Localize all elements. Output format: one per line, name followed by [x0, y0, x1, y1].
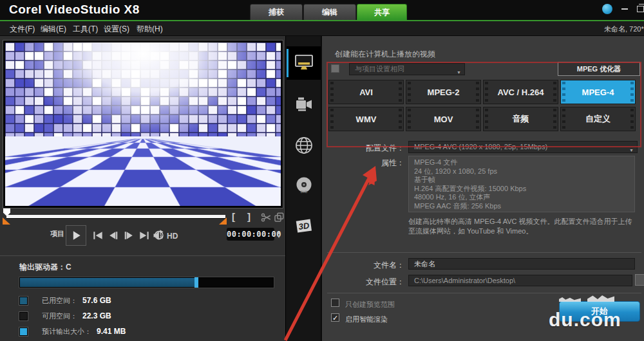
used-space-label: 已用空间：: [42, 296, 77, 306]
legend-free: 可用空间： 22.3 GB: [19, 311, 111, 320]
profile-value: MPEG-4 AVC (1920 x 1080, 25p, 15Mbps): [414, 143, 547, 151]
panel-heading: 创建能在计算机上播放的视频: [335, 49, 435, 60]
same-as-project-dropdown[interactable]: 与项目设置相同 ▼: [349, 63, 465, 75]
video-preview: [3, 40, 283, 208]
trim-start-marker[interactable]: [3, 217, 10, 225]
profile-description: 创建高比特率的高清 MPEG-4 AVC 视频文件。此配置文件适合用于上传至流媒…: [408, 217, 638, 236]
disc-share-button[interactable]: DVD: [287, 169, 321, 202]
disk-used-fill: [20, 278, 194, 287]
free-space-value: 22.3 GB: [82, 311, 111, 320]
same-as-project-checkbox[interactable]: [331, 64, 339, 73]
preview-range-checkbox[interactable]: [331, 299, 339, 307]
transport-controls: 项目 HD 00:00:00:00 ▲▼: [0, 225, 285, 251]
tab-share[interactable]: 共享: [357, 4, 407, 20]
menu-bar: 文件(F) 编辑(E) 工具(T) 设置(S) 帮助(H) 未命名, 720*5…: [0, 21, 644, 36]
smart-render-checkbox[interactable]: ✓: [331, 313, 339, 322]
divider: [327, 252, 641, 253]
format-wmv-button[interactable]: WMV: [328, 107, 404, 131]
disk-usage-bar: [19, 277, 274, 288]
menu-settings[interactable]: 设置(S): [104, 24, 129, 35]
filename-label: 文件名：: [328, 260, 404, 271]
free-space-swatch: [19, 312, 28, 320]
computer-share-button[interactable]: [287, 46, 321, 80]
format-mov-button[interactable]: MOV: [406, 107, 481, 131]
title-bar: Corel VideoStudio X8 捕获 编辑 共享: [0, 0, 644, 20]
used-space-swatch: [19, 297, 28, 305]
filename-input[interactable]: 未命名: [408, 258, 635, 270]
end-button[interactable]: [138, 229, 151, 244]
estimated-output-marker: [194, 277, 198, 288]
timecode-spinner[interactable]: ▲▼: [276, 227, 282, 241]
prop-line: MPEG AAC 音频: 256 Kbps: [414, 202, 629, 211]
restore-icon[interactable]: [637, 6, 644, 12]
device-share-button[interactable]: [287, 88, 321, 121]
preview-panel: [ ] 项目 HD 00:00:00:: [0, 36, 285, 255]
format-mpeg4-button[interactable]: MPEG-4: [560, 80, 636, 104]
preview-range-label: 只创建预览范围: [345, 300, 395, 309]
same-as-project-text: 与项目设置相同: [355, 65, 404, 73]
svg-text:DVD: DVD: [300, 190, 307, 194]
estimated-size-label: 预计输出大小：: [42, 327, 91, 336]
chevron-down-icon: ▼: [457, 67, 461, 75]
hd-quality-toggle[interactable]: HD: [167, 232, 178, 241]
watermark-text: du.com: [549, 309, 621, 331]
camcorder-icon: [294, 95, 314, 113]
computer-monitor-icon: [294, 54, 314, 72]
scrubber-bar[interactable]: [6, 215, 225, 218]
project-mode-label[interactable]: 项目: [50, 229, 64, 239]
split-clip-icon[interactable]: [260, 212, 272, 226]
browse-folder-button[interactable]: [635, 274, 644, 286]
menu-file[interactable]: 文件(F): [10, 24, 35, 35]
project-status: 未命名, 720*576: [604, 24, 644, 34]
trim-end-marker[interactable]: [219, 217, 227, 225]
format-custom-button[interactable]: 自定义: [560, 107, 636, 131]
menu-edit[interactable]: 编辑(E): [41, 24, 66, 35]
prev-frame-button[interactable]: [107, 229, 120, 244]
prop-line: 48000 Hz, 16 位, 立体声: [414, 193, 629, 202]
mark-out-button[interactable]: ]: [247, 211, 251, 222]
tab-edit[interactable]: 编辑: [303, 4, 356, 20]
web-share-button[interactable]: [287, 129, 321, 162]
legend-estimated: 预计输出大小： 9.41 MB: [19, 327, 126, 336]
next-frame-button[interactable]: [122, 229, 135, 244]
app-title: Corel VideoStudio X8: [9, 3, 140, 17]
prop-line: H.264 高配置文件视频: 15000 Kbps: [414, 185, 629, 194]
mpeg-optimizer-button[interactable]: MPEG 优化器: [558, 62, 640, 76]
3d-icon: 3D: [294, 217, 314, 236]
scrubber-row: [ ]: [0, 208, 285, 225]
prop-line: 24 位, 1920 x 1080, 25 fps: [414, 167, 629, 176]
format-avi-button[interactable]: AVI: [328, 80, 404, 104]
enlarge-preview-icon[interactable]: [273, 212, 285, 226]
tab-capture[interactable]: 捕获: [250, 4, 303, 20]
prop-line: MPEG-4 文件: [414, 158, 629, 167]
play-button[interactable]: [66, 225, 86, 246]
globe-icon: [294, 136, 314, 155]
smart-render-label: 启用智能渲染: [345, 315, 388, 324]
used-space-value: 57.6 GB: [82, 296, 111, 305]
help-globe-icon[interactable]: [602, 4, 612, 14]
3d-share-button[interactable]: 3D: [287, 210, 321, 243]
minimize-icon[interactable]: [621, 8, 628, 10]
divider: [327, 293, 641, 293]
mark-in-button[interactable]: [: [232, 211, 235, 222]
format-audio-button[interactable]: 音频: [483, 107, 558, 131]
format-avc-button[interactable]: AVC / H.264: [483, 80, 558, 104]
timecode-display[interactable]: 00:00:00:00: [227, 228, 274, 241]
estimated-size-swatch: [19, 327, 28, 336]
menu-help[interactable]: 帮助(H): [137, 24, 163, 35]
share-type-toolbar: DVD 3D: [285, 36, 322, 341]
home-button[interactable]: [91, 229, 104, 244]
free-space-label: 可用空间：: [42, 311, 77, 321]
format-mpeg2-button[interactable]: MPEG-2: [406, 80, 481, 104]
disco-video-frame: [5, 42, 281, 206]
estimated-size-value: 9.41 MB: [97, 327, 126, 336]
filepath-input[interactable]: C:\Users\Administrator\Desktop\: [408, 275, 632, 286]
legend-used: 已用空间： 57.6 GB: [19, 296, 111, 305]
profile-label: 配置文件：: [328, 143, 404, 154]
properties-box: MPEG-4 文件 24 位, 1920 x 1080, 25 fps 基于帧 …: [408, 156, 635, 212]
profile-dropdown[interactable]: MPEG-4 AVC (1920 x 1080, 25p, 15Mbps) ▼: [408, 141, 638, 153]
svg-text:3D: 3D: [298, 221, 310, 232]
menu-tools[interactable]: 工具(T): [73, 24, 98, 35]
chevron-down-icon: ▼: [629, 145, 634, 153]
output-drive-panel: 输出驱动器：C 已用空间： 57.6 GB 可用空间： 22.3 GB 预计输出…: [0, 256, 285, 341]
